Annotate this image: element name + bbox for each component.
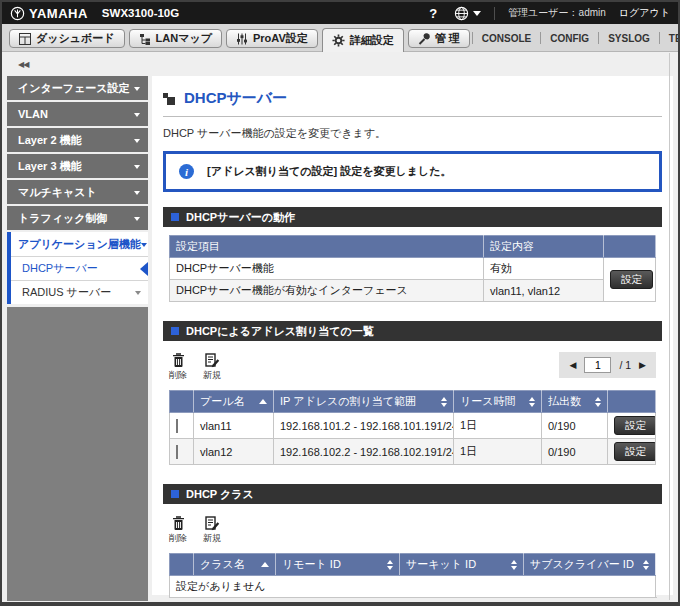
configure-button[interactable]: 設定	[614, 442, 656, 461]
new-entry-icon	[204, 515, 220, 531]
sort-icon[interactable]	[441, 397, 447, 407]
table-row: vlan11 192.168.101.2 - 192.168.101.191/2…	[170, 413, 656, 439]
trash-icon	[171, 515, 186, 531]
sidebar-item-label: Layer 2 機能	[18, 133, 82, 148]
section-bullet-icon	[171, 490, 179, 498]
sort-icon[interactable]	[643, 560, 649, 570]
sidebar-item-multicast[interactable]: マルチキャスト	[7, 180, 148, 204]
column-header-empty	[608, 391, 656, 413]
pool-name: vlan12	[194, 439, 274, 465]
sidebar-item-traffic-control[interactable]: トラフィック制御	[7, 206, 148, 230]
application-layer-submenu: DHCPサーバー RADIUS サーバー	[7, 256, 148, 304]
sort-icon[interactable]	[387, 560, 393, 570]
help-button[interactable]: ?	[425, 6, 441, 21]
chevron-down-icon	[135, 291, 141, 298]
leased-count: 0/190	[542, 439, 608, 465]
chevron-down-icon	[134, 191, 140, 198]
section-header: DHCP クラス	[163, 484, 662, 504]
column-header-pool-name: プール名	[194, 391, 274, 413]
setting-value: vlan11, vlan12	[484, 280, 604, 302]
empty-message: 設定がありません	[170, 576, 656, 598]
wrench-icon	[418, 33, 430, 45]
sidebar-item-layer2[interactable]: Layer 2 機能	[7, 128, 148, 152]
new-button[interactable]: 新規	[203, 515, 221, 545]
column-header-remote-id: リモート ID	[276, 554, 400, 576]
leased-count: 0/190	[542, 413, 608, 439]
sidebar-item-layer3[interactable]: Layer 3 機能	[7, 154, 148, 178]
chevron-down-icon	[134, 139, 140, 146]
gear-icon	[332, 34, 345, 47]
link-techinfo[interactable]: TECHINFO	[660, 33, 680, 44]
chevron-down-icon	[134, 217, 140, 224]
column-header-class-name: クラス名	[194, 554, 276, 576]
next-page-button[interactable]: ▶	[639, 361, 646, 370]
delete-button[interactable]: 削除	[169, 515, 187, 545]
sidebar-collapse-button[interactable]: ◀◀	[18, 60, 28, 69]
delete-button[interactable]: 削除	[169, 352, 187, 382]
chevron-down-icon	[134, 165, 140, 172]
link-config[interactable]: CONFIG	[541, 33, 598, 44]
tab-lan-map[interactable]: LANマップ	[129, 29, 222, 48]
sidebar-item-label: インターフェース設定	[18, 81, 130, 96]
sidebar-nav: インターフェース設定 VLAN Layer 2 機能 Layer 3 機能 マル…	[7, 76, 148, 603]
lease-time: 1日	[454, 439, 542, 465]
divider	[163, 116, 662, 117]
chevron-down-icon	[134, 113, 140, 120]
prev-page-button[interactable]: ◀	[569, 361, 576, 370]
configure-button[interactable]: 設定	[610, 270, 653, 289]
brand-text: YAMAHA	[29, 6, 88, 21]
tab-detailed-settings[interactable]: 詳細設定	[322, 28, 404, 52]
address-pool-table: プール名 IP アドレスの割り当て範囲 リース時間	[169, 390, 656, 465]
tab-proav[interactable]: ProAV設定	[226, 29, 318, 48]
notice-text: [アドレス割り当ての設定] 設定を変更しました。	[207, 164, 451, 179]
device-model: SWX3100-10G	[102, 7, 179, 19]
trash-icon	[171, 352, 186, 368]
sidebar-item-dhcp-server[interactable]: DHCPサーバー	[11, 256, 148, 280]
tab-management[interactable]: 管 理	[408, 29, 470, 48]
sidebar-item-label: トラフィック制御	[18, 211, 108, 226]
logout-button[interactable]: ログアウト	[619, 6, 670, 20]
page-title: DHCPサーバー	[184, 89, 287, 108]
table-toolbar: 削除 新規 ◀	[169, 352, 656, 382]
tab-dashboard[interactable]: ダッシュボード	[9, 29, 125, 48]
link-syslog[interactable]: SYSLOG	[599, 33, 659, 44]
new-button[interactable]: 新規	[203, 352, 221, 382]
divider	[494, 7, 495, 20]
column-header-address-range: IP アドレスの割り当て範囲	[274, 391, 454, 413]
content-panel: DHCPサーバー DHCP サーバー機能の設定を変更できます。 i [アドレス割…	[152, 76, 673, 595]
link-console[interactable]: CONSOLE	[473, 33, 540, 44]
logged-in-user: 管理ユーザー：admin	[508, 6, 606, 20]
dhcp-operation-table: 設定項目 設定内容 DHCPサーバー機能 有効 設定	[169, 235, 656, 302]
tab-label: 管 理	[435, 31, 460, 46]
sidebar-item-vlan[interactable]: VLAN	[7, 102, 148, 126]
page-input[interactable]	[584, 357, 611, 373]
column-header-circuit-id: サーキット ID	[400, 554, 524, 576]
language-selector[interactable]	[454, 6, 481, 21]
tool-label: 削除	[169, 369, 187, 382]
chevron-down-icon	[134, 87, 140, 94]
section-dhcp-class: DHCP クラス 削除	[163, 484, 662, 602]
sort-icon[interactable]	[595, 397, 601, 407]
sidebar-item-interface-settings[interactable]: インターフェース設定	[7, 76, 148, 100]
yamaha-logo: YAMAHA	[10, 6, 88, 21]
sort-asc-icon[interactable]	[261, 562, 269, 567]
sort-icon[interactable]	[511, 560, 517, 570]
tab-label: ダッシュボード	[36, 31, 115, 46]
setting-item: DHCPサーバー機能	[170, 258, 484, 280]
sidebar-item-label: アプリケーション層機能	[18, 237, 141, 252]
tool-label: 削除	[169, 532, 187, 545]
row-checkbox[interactable]	[176, 419, 178, 433]
sidebar-filler	[7, 307, 148, 601]
tool-label: 新規	[203, 369, 221, 382]
dashboard-icon	[19, 33, 31, 45]
configure-button[interactable]: 設定	[614, 416, 656, 435]
sidebar-item-radius-server[interactable]: RADIUS サーバー	[11, 280, 148, 304]
sort-asc-icon[interactable]	[259, 399, 267, 404]
tab-label: ProAV設定	[253, 31, 308, 46]
row-checkbox[interactable]	[176, 445, 178, 459]
sort-icon[interactable]	[529, 397, 535, 407]
section-title: DHCPによるアドレス割り当ての一覧	[186, 324, 374, 339]
section-address-assignment-list: DHCPによるアドレス割り当ての一覧 削除	[163, 321, 662, 469]
page-description: DHCP サーバー機能の設定を変更できます。	[163, 126, 662, 141]
sidebar-item-application-layer[interactable]: アプリケーション層機能	[7, 232, 148, 256]
